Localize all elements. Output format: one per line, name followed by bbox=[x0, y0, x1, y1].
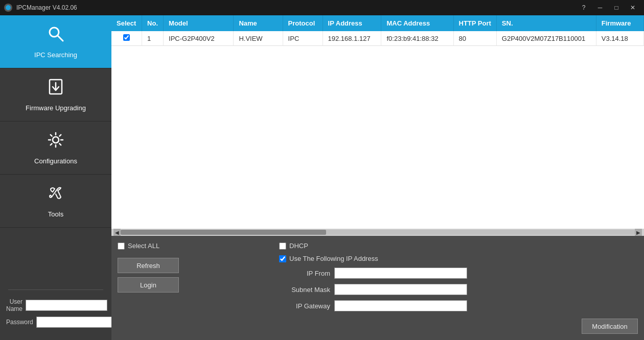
scroll-track[interactable] bbox=[121, 230, 635, 235]
devices-table: Select No. Model Name Protocol IP Addres… bbox=[111, 15, 644, 46]
app-icon bbox=[4, 4, 12, 12]
scroll-thumb[interactable] bbox=[121, 230, 326, 235]
bottom-left: Select ALL Refresh Login bbox=[118, 242, 271, 334]
tools-label: Tools bbox=[48, 210, 63, 218]
username-row: User Name bbox=[6, 298, 105, 312]
ipc-searching-label: IPC Searching bbox=[34, 51, 77, 59]
scroll-left-arrow[interactable]: ◀ bbox=[113, 229, 121, 236]
dhcp-row: DHCP bbox=[279, 242, 638, 250]
table-header-row: Select No. Model Name Protocol IP Addres… bbox=[111, 15, 644, 31]
col-name: Name bbox=[234, 15, 283, 31]
cell-name: H.VIEW bbox=[234, 31, 283, 46]
sidebar-item-firmware-upgrading[interactable]: Firmware Upgrading bbox=[0, 68, 111, 122]
ip-gateway-label: IP Gateway bbox=[279, 302, 330, 310]
modification-button[interactable]: Modification bbox=[582, 319, 638, 334]
col-httpport: HTTP Port bbox=[453, 15, 496, 31]
password-label: Password bbox=[6, 319, 33, 326]
dhcp-label: DHCP bbox=[289, 242, 308, 250]
col-protocol: Protocol bbox=[283, 15, 323, 31]
credentials-section: User Name Password bbox=[0, 294, 111, 340]
username-input[interactable] bbox=[26, 300, 107, 311]
svg-line-2 bbox=[58, 36, 63, 41]
tools-icon bbox=[47, 184, 65, 206]
horizontal-scrollbar[interactable]: ◀ ▶ bbox=[111, 229, 644, 236]
configurations-label: Configurations bbox=[34, 157, 77, 165]
login-button[interactable]: Login bbox=[118, 277, 179, 293]
use-following-ip-row: Use The Following IP Address bbox=[279, 255, 638, 262]
sidebar-item-ipc-searching[interactable]: IPC Searching bbox=[0, 15, 111, 68]
row-checkbox[interactable] bbox=[123, 34, 130, 41]
col-select: Select bbox=[111, 15, 142, 31]
sidebar-divider bbox=[8, 289, 103, 290]
sidebar-spacer bbox=[0, 228, 111, 285]
cell-no: 1 bbox=[142, 31, 164, 46]
sidebar-item-tools[interactable]: Tools bbox=[0, 175, 111, 228]
cell-sn: G2P400V2M07Z17B110001 bbox=[496, 31, 596, 46]
col-firmware: Firmware bbox=[596, 15, 643, 31]
password-input[interactable] bbox=[36, 317, 118, 328]
cell-select[interactable] bbox=[111, 31, 142, 46]
ip-gateway-input[interactable] bbox=[334, 300, 467, 311]
title-bar-left: IPCManager V4.02.06 bbox=[4, 4, 77, 12]
table-row: 1 IPC-G2P400V2 H.VIEW IPC 192.168.1.127 … bbox=[111, 31, 644, 46]
table-scroll[interactable]: Select No. Model Name Protocol IP Addres… bbox=[111, 15, 644, 229]
maximize-button[interactable]: □ bbox=[609, 3, 624, 13]
subnet-mask-row: Subnet Mask bbox=[279, 284, 638, 295]
sidebar: IPC Searching Firmware Upgrading Configu… bbox=[0, 15, 111, 340]
svg-point-0 bbox=[6, 5, 11, 10]
bottom-panel: Select ALL Refresh Login DHCP Use The Fo… bbox=[111, 236, 644, 340]
cell-model: IPC-G2P400V2 bbox=[164, 31, 234, 46]
username-label: User Name bbox=[6, 298, 22, 312]
col-sn: SN. bbox=[496, 15, 596, 31]
firmware-upgrading-label: Firmware Upgrading bbox=[26, 104, 86, 112]
select-all-checkbox[interactable] bbox=[118, 242, 125, 250]
content-area: Select No. Model Name Protocol IP Addres… bbox=[111, 15, 644, 340]
password-row: Password bbox=[6, 317, 105, 328]
cell-httpport: 80 bbox=[453, 31, 496, 46]
firmware-icon bbox=[47, 78, 65, 100]
cell-ip: 192.168.1.127 bbox=[323, 31, 381, 46]
ip-gateway-row: IP Gateway bbox=[279, 300, 638, 311]
app-title: IPCManager V4.02.06 bbox=[16, 4, 77, 11]
select-all-row: Select ALL bbox=[118, 242, 271, 250]
window-controls: ? ─ □ ✕ bbox=[577, 3, 640, 13]
subnet-mask-input[interactable] bbox=[334, 284, 467, 295]
select-all-label: Select ALL bbox=[128, 242, 159, 250]
search-icon bbox=[47, 25, 65, 47]
bottom-right: DHCP Use The Following IP Address IP Fro… bbox=[279, 242, 638, 334]
subnet-mask-label: Subnet Mask bbox=[279, 286, 330, 294]
app-body: IPC Searching Firmware Upgrading Configu… bbox=[0, 15, 644, 340]
ip-from-row: IP From bbox=[279, 268, 638, 279]
title-bar: IPCManager V4.02.06 ? ─ □ ✕ bbox=[0, 0, 644, 15]
col-model: Model bbox=[164, 15, 234, 31]
minimize-button[interactable]: ─ bbox=[593, 3, 607, 13]
sidebar-item-configurations[interactable]: Configurations bbox=[0, 122, 111, 175]
col-ip: IP Address bbox=[323, 15, 381, 31]
help-button[interactable]: ? bbox=[577, 3, 591, 13]
col-mac: MAC Address bbox=[381, 15, 453, 31]
ip-from-input[interactable] bbox=[334, 268, 467, 279]
cell-firmware: V3.14.18 bbox=[596, 31, 643, 46]
scroll-right-arrow[interactable]: ▶ bbox=[635, 229, 642, 236]
close-button[interactable]: ✕ bbox=[626, 3, 640, 13]
refresh-button[interactable]: Refresh bbox=[118, 258, 179, 273]
svg-point-4 bbox=[53, 137, 59, 143]
gear-icon bbox=[47, 131, 65, 153]
ip-from-label: IP From bbox=[279, 270, 330, 277]
modification-row: Modification bbox=[279, 319, 638, 334]
use-following-ip-label: Use The Following IP Address bbox=[289, 255, 378, 262]
cell-mac: f0:23:b9:41:88:32 bbox=[381, 31, 453, 46]
cell-protocol: IPC bbox=[283, 31, 323, 46]
table-area: Select No. Model Name Protocol IP Addres… bbox=[111, 15, 644, 236]
col-no: No. bbox=[142, 15, 164, 31]
use-following-ip-checkbox[interactable] bbox=[279, 255, 286, 262]
dhcp-checkbox[interactable] bbox=[279, 242, 286, 250]
